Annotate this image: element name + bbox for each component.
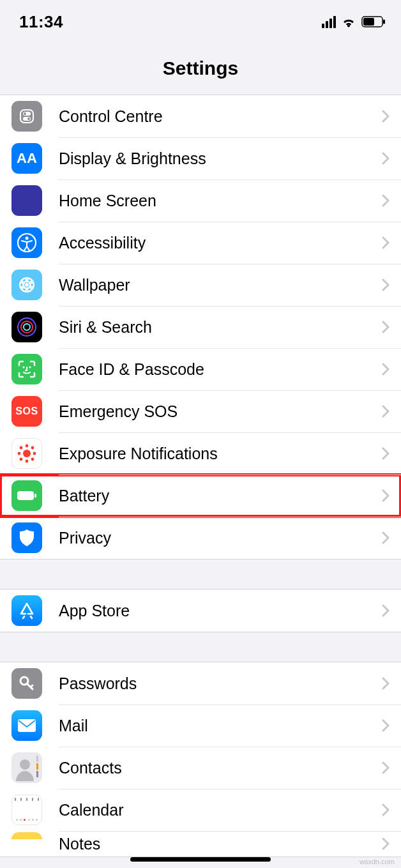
siri-icon bbox=[11, 312, 42, 342]
svg-rect-39 bbox=[36, 756, 38, 762]
home-indicator[interactable] bbox=[130, 857, 271, 862]
row-app-store[interactable]: App Store bbox=[0, 590, 401, 632]
row-label: Passwords bbox=[59, 674, 382, 693]
row-battery[interactable]: Battery bbox=[0, 475, 401, 517]
svg-point-17 bbox=[24, 324, 30, 330]
chevron-right-icon bbox=[382, 194, 390, 207]
row-label: Battery bbox=[59, 487, 382, 505]
row-face-id-passcode[interactable]: Face ID & Passcode bbox=[0, 348, 401, 390]
svg-point-16 bbox=[21, 321, 33, 333]
wallpaper-icon bbox=[11, 270, 42, 300]
chevron-right-icon bbox=[382, 152, 390, 165]
svg-rect-40 bbox=[36, 763, 38, 770]
row-label: Control Centre bbox=[59, 107, 382, 126]
status-time: 11:34 bbox=[19, 12, 63, 32]
svg-point-21 bbox=[26, 445, 29, 448]
svg-point-26 bbox=[31, 446, 34, 450]
display-brightness-icon: AA bbox=[11, 143, 42, 174]
page-title: Settings bbox=[0, 57, 401, 79]
svg-rect-2 bbox=[383, 20, 385, 24]
row-label: Exposure Notifications bbox=[59, 445, 382, 463]
svg-rect-41 bbox=[36, 771, 38, 777]
svg-point-20 bbox=[23, 450, 31, 457]
row-control-centre[interactable]: Control Centre bbox=[0, 95, 401, 137]
chevron-right-icon bbox=[382, 321, 390, 333]
row-calendar[interactable]: Calendar bbox=[0, 789, 401, 831]
chevron-right-icon bbox=[382, 489, 390, 502]
svg-rect-1 bbox=[363, 18, 374, 26]
row-home-screen[interactable]: Home Screen bbox=[0, 179, 401, 222]
row-label: Face ID & Passcode bbox=[59, 360, 382, 379]
control-centre-icon bbox=[11, 101, 42, 132]
row-display-brightness[interactable]: AA Display & Brightness bbox=[0, 137, 401, 179]
row-wallpaper[interactable]: Wallpaper bbox=[0, 264, 401, 306]
svg-rect-33 bbox=[26, 530, 27, 540]
chevron-right-icon bbox=[382, 447, 390, 460]
row-label: Contacts bbox=[59, 759, 382, 777]
svg-point-7 bbox=[27, 118, 30, 120]
chevron-right-icon bbox=[382, 604, 390, 617]
svg-rect-32 bbox=[23, 531, 25, 540]
row-contacts[interactable]: Contacts bbox=[0, 747, 401, 789]
row-label: App Store bbox=[59, 602, 382, 620]
chevron-right-icon bbox=[382, 363, 390, 376]
svg-point-23 bbox=[18, 452, 21, 455]
home-screen-icon bbox=[11, 185, 42, 216]
svg-rect-29 bbox=[17, 491, 34, 500]
row-label: Privacy bbox=[59, 529, 382, 547]
row-label: Calendar bbox=[59, 801, 382, 819]
row-emergency-sos[interactable]: SOS Emergency SOS bbox=[0, 390, 401, 432]
row-privacy[interactable]: Privacy bbox=[0, 517, 401, 559]
svg-rect-37 bbox=[18, 719, 36, 732]
row-mail[interactable]: Mail bbox=[0, 704, 401, 747]
svg-point-5 bbox=[24, 112, 26, 115]
svg-point-18 bbox=[22, 366, 24, 368]
passwords-icon bbox=[11, 668, 42, 699]
settings-section-store: App Store bbox=[0, 589, 401, 632]
svg-rect-34 bbox=[28, 531, 30, 540]
row-label: Display & Brightness bbox=[59, 149, 382, 168]
svg-point-25 bbox=[20, 446, 23, 450]
settings-section-accounts: Passwords Mail Contacts Calendar Notes bbox=[0, 662, 401, 857]
status-bar: 11:34 bbox=[0, 0, 401, 37]
chevron-right-icon bbox=[382, 677, 390, 690]
row-siri-search[interactable]: Siri & Search bbox=[0, 306, 401, 348]
chevron-right-icon bbox=[382, 761, 390, 774]
chevron-right-icon bbox=[382, 278, 390, 291]
exposure-notifications-icon bbox=[11, 438, 42, 469]
svg-point-19 bbox=[29, 366, 31, 368]
chevron-right-icon bbox=[382, 236, 390, 249]
status-indicators bbox=[322, 16, 386, 28]
battery-icon bbox=[361, 16, 386, 27]
svg-point-22 bbox=[26, 460, 29, 463]
contacts-icon bbox=[11, 752, 42, 783]
calendar-icon bbox=[11, 795, 42, 825]
wifi-icon bbox=[341, 16, 356, 27]
row-notes[interactable]: Notes bbox=[0, 831, 401, 857]
row-label: Accessibility bbox=[59, 234, 382, 252]
chevron-right-icon bbox=[382, 803, 390, 816]
row-label: Notes bbox=[59, 835, 382, 853]
svg-point-38 bbox=[20, 759, 30, 770]
row-accessibility[interactable]: Accessibility bbox=[0, 222, 401, 264]
chevron-right-icon bbox=[382, 110, 390, 123]
row-passwords[interactable]: Passwords bbox=[0, 662, 401, 704]
mail-icon bbox=[11, 710, 42, 741]
settings-section-general: Control Centre AA Display & Brightness H… bbox=[0, 95, 401, 560]
battery-row-icon bbox=[11, 480, 42, 511]
header: Settings bbox=[0, 37, 401, 91]
svg-point-24 bbox=[33, 452, 36, 455]
svg-point-27 bbox=[20, 458, 23, 461]
sos-icon: SOS bbox=[11, 396, 42, 427]
privacy-icon bbox=[11, 522, 42, 553]
row-exposure-notifications[interactable]: Exposure Notifications bbox=[0, 432, 401, 475]
svg-rect-30 bbox=[34, 494, 36, 498]
row-label: Emergency SOS bbox=[59, 402, 382, 421]
svg-rect-35 bbox=[31, 533, 33, 540]
row-label: Home Screen bbox=[59, 192, 382, 210]
svg-point-9 bbox=[26, 237, 29, 240]
svg-point-28 bbox=[31, 458, 34, 461]
chevron-right-icon bbox=[382, 837, 390, 850]
row-label: Mail bbox=[59, 717, 382, 735]
chevron-right-icon bbox=[382, 405, 390, 418]
